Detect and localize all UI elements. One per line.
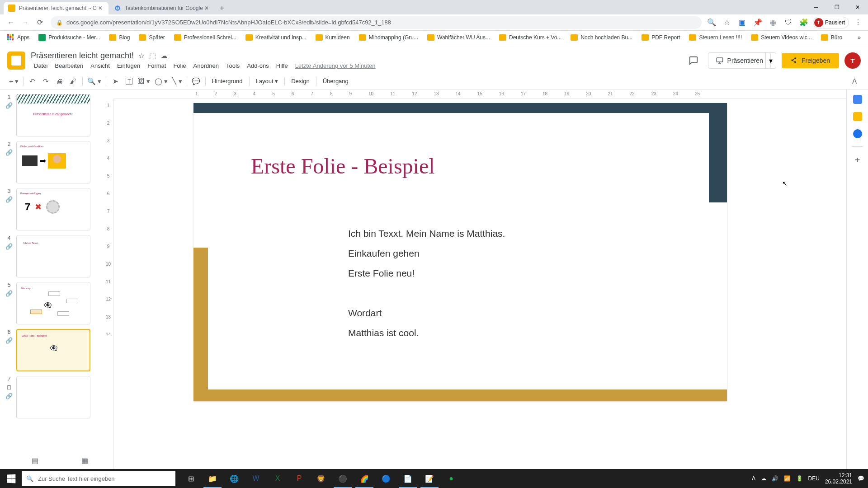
clock[interactable]: 12:3126.02.2021 <box>825 472 852 485</box>
forward-button[interactable]: → <box>18 15 33 30</box>
reload-button[interactable]: ⟳ <box>33 15 47 30</box>
menu-datei[interactable]: Datei <box>31 61 51 70</box>
comments-button[interactable] <box>684 52 703 70</box>
bookmark-folder[interactable]: Steuern Lesen !!!! <box>685 33 745 42</box>
calendar-icon[interactable] <box>853 95 862 104</box>
edge-taskbar-icon[interactable]: 🔵 <box>375 469 397 488</box>
ext-icon[interactable]: ▣ <box>736 16 749 29</box>
app-taskbar-icon[interactable]: 🦁 <box>310 469 332 488</box>
slide-thumb-3[interactable]: Formen einfügen7✖ <box>16 188 90 230</box>
bookmark-folder[interactable]: Mindmapping (Gru... <box>355 33 422 42</box>
bookmark-folder[interactable]: Später <box>135 33 168 42</box>
menu-format[interactable]: Format <box>144 61 169 70</box>
ext-icon[interactable]: ◉ <box>767 16 779 29</box>
profile-button[interactable]: T Pausiert <box>813 17 849 28</box>
bookmark-folder[interactable]: Noch hochladen Bu... <box>567 33 636 42</box>
slide-thumb-4[interactable]: Ich bin Texxt. <box>16 235 90 277</box>
powerpoint-taskbar-icon[interactable]: P <box>288 469 310 488</box>
slide-thumb-2[interactable]: Bilder und Grafiken➡ <box>16 141 90 183</box>
bookmark-item[interactable]: Produktsuche - Mer... <box>35 32 104 43</box>
layout-button[interactable]: Layout ▾ <box>252 78 282 84</box>
extensions-icon[interactable]: 🧩 <box>797 16 810 29</box>
zoom-icon[interactable]: 🔍 <box>705 16 718 29</box>
slides-logo-icon[interactable] <box>7 52 25 70</box>
slide-title-text[interactable]: Erste Folie - Beispiel <box>251 154 435 178</box>
image-tool[interactable]: 🖼 ▾ <box>136 75 152 88</box>
add-addon-button[interactable]: + <box>855 155 860 165</box>
grid-view-button[interactable]: ▦ <box>81 456 90 464</box>
bookmark-folder[interactable]: Kreativität und Insp... <box>242 33 310 42</box>
back-button[interactable]: ← <box>4 15 18 30</box>
bookmark-folder[interactable]: Professionell Schrei... <box>170 33 240 42</box>
word-taskbar-icon[interactable]: W <box>245 469 267 488</box>
textbox-tool[interactable]: 🅃 <box>123 75 135 88</box>
design-button[interactable]: Design <box>288 78 313 84</box>
onedrive-icon[interactable]: ☁ <box>761 475 766 482</box>
menu-einfuegen[interactable]: Einfügen <box>114 61 143 70</box>
bookmark-folder[interactable]: Büro <box>817 33 846 42</box>
obs-taskbar-icon[interactable]: ⚫ <box>332 469 354 488</box>
redo-button[interactable]: ↷ <box>40 75 52 88</box>
battery-icon[interactable]: 🔋 <box>796 475 803 482</box>
app-taskbar-icon[interactable]: 📄 <box>397 469 419 488</box>
menu-tools[interactable]: Tools <box>223 61 243 70</box>
bookmark-folder[interactable]: Wahlfächer WU Aus... <box>424 33 494 42</box>
edge-taskbar-icon[interactable]: 🌐 <box>223 469 245 488</box>
bookmark-star-icon[interactable]: ☆ <box>721 16 733 29</box>
comment-tool[interactable]: 💬 <box>190 75 203 88</box>
present-dropdown[interactable]: ▾ <box>765 52 776 69</box>
volume-icon[interactable]: 🔊 <box>772 475 778 482</box>
menu-folie[interactable]: Folie <box>170 61 189 70</box>
collapse-toolbar-button[interactable]: ᐱ <box>848 75 861 88</box>
ext-icon[interactable]: 🛡 <box>782 16 795 29</box>
new-slide-button[interactable]: + ▾ <box>7 75 20 88</box>
slide-thumb-1[interactable]: Präsentieren leicht gemacht! <box>16 94 90 136</box>
slide-thumb-7[interactable] <box>16 376 90 418</box>
undo-button[interactable]: ↶ <box>26 75 39 88</box>
transition-button[interactable]: Übergang <box>319 78 352 84</box>
taskbar-search[interactable]: 🔍Zur Suche Text hier eingeben <box>22 471 175 486</box>
tasks-icon[interactable] <box>853 129 862 138</box>
start-button[interactable] <box>0 469 22 488</box>
close-window-button[interactable]: ✕ <box>847 0 868 14</box>
menu-addons[interactable]: Add-ons <box>244 61 272 70</box>
user-avatar[interactable]: T <box>844 52 861 69</box>
explorer-taskbar-icon[interactable]: 📁 <box>202 469 223 488</box>
wifi-icon[interactable]: 📶 <box>784 475 791 482</box>
slide-thumb-5[interactable]: Mindmap👁‍🗨 <box>16 282 90 324</box>
tab-close-icon[interactable]: ✕ <box>97 5 104 12</box>
filmstrip[interactable]: 1🔗Präsentieren leicht gemacht! 2🔗Bilder … <box>0 89 103 469</box>
menu-anordnen[interactable]: Anordnen <box>190 61 222 70</box>
filmstrip-view-button[interactable]: ▤ <box>32 456 41 464</box>
slide-canvas[interactable]: Erste Folie - Beispiel Ich bin Texxt. Me… <box>193 103 727 401</box>
background-button[interactable]: Hintergrund <box>208 78 246 84</box>
task-view-button[interactable]: ⊞ <box>180 469 202 488</box>
excel-taskbar-icon[interactable]: X <box>267 469 288 488</box>
slide-thumb-6[interactable]: Erste Folie - Beispiel👁‍🗨 <box>16 329 90 371</box>
app-taskbar-icon[interactable]: 📝 <box>419 469 440 488</box>
maximize-button[interactable]: ❐ <box>826 0 847 14</box>
menu-bearbeiten[interactable]: Bearbeiten <box>52 61 86 70</box>
tray-chevron-icon[interactable]: ᐱ <box>752 475 755 482</box>
keep-icon[interactable] <box>853 112 862 121</box>
browser-tab-active[interactable]: Präsentieren leicht gemacht! - G ✕ <box>4 2 108 14</box>
minimize-button[interactable]: ─ <box>806 0 826 14</box>
move-icon[interactable]: ⬚ <box>149 52 156 60</box>
url-input[interactable]: 🔒 docs.google.com/presentation/d/1yV372S… <box>51 16 702 29</box>
spotify-taskbar-icon[interactable]: ● <box>440 469 462 488</box>
apps-bookmark[interactable]: Apps <box>4 32 33 43</box>
ext-icon[interactable]: 📌 <box>751 16 764 29</box>
document-title[interactable]: Präsentieren leicht gemacht! <box>31 51 134 61</box>
cloud-saved-icon[interactable]: ☁ <box>160 52 168 60</box>
select-tool[interactable]: ➤ <box>109 75 122 88</box>
share-button[interactable]: Freigeben <box>782 53 839 68</box>
present-button[interactable]: Präsentieren <box>708 52 771 69</box>
bookmark-folder[interactable]: Blog <box>105 33 133 42</box>
tab-close-icon[interactable]: ✕ <box>203 5 210 12</box>
canvas-area[interactable]: 1234567891011121314151617181920212223242… <box>103 89 846 469</box>
language-indicator[interactable]: DEU <box>808 475 820 482</box>
bookmark-folder[interactable]: PDF Report <box>638 33 684 42</box>
bookmark-folder[interactable]: Kursideen <box>312 33 354 42</box>
bookmark-overflow[interactable]: » <box>854 33 864 42</box>
star-icon[interactable]: ☆ <box>138 52 145 60</box>
